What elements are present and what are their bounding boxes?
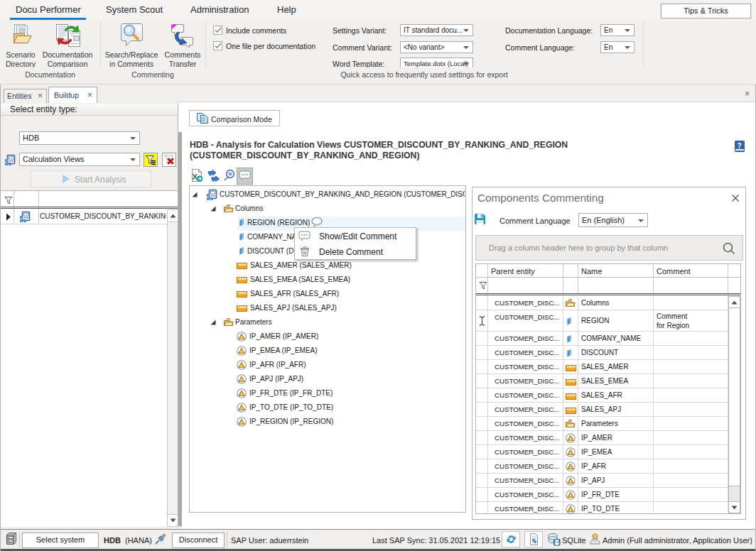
svg-text:?: ? bbox=[737, 142, 741, 150]
